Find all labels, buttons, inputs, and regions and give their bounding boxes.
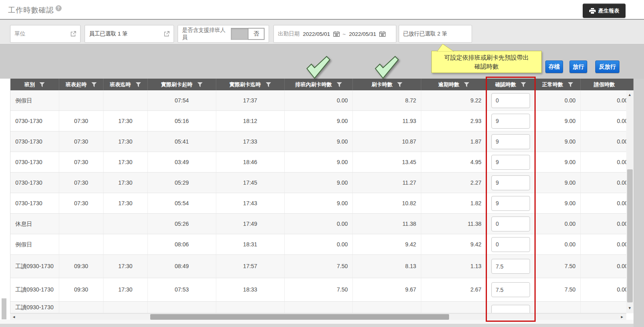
cell-in-shift-hours: 0.00 — [285, 90, 353, 111]
cell-actual-end: 17:33 — [216, 131, 285, 152]
cell-actual-start — [148, 302, 216, 313]
printer-icon — [589, 8, 596, 14]
table-row: 例假日 08:06 18:31 0.00 9.42 9.42 0.00 0.00 — [10, 234, 634, 255]
cell-sched-end: 17:30 — [104, 255, 148, 278]
cell-shift: 0730-1730 — [10, 131, 59, 152]
cell-sched-end — [104, 214, 148, 234]
cell-leave-hours: 0.00 — [581, 234, 634, 255]
support-toggle[interactable]: 否 — [231, 28, 265, 40]
cell-shift: 0730-1730 — [10, 111, 59, 131]
cell-overdue-hours: 11.38 — [421, 214, 487, 234]
cell-shift: 休息日 — [10, 214, 59, 234]
cell-in-shift-hours: 9.00 — [285, 152, 353, 173]
horizontal-scrollbar-thumb[interactable] — [150, 314, 449, 320]
column-header-in-shift-hours: 排班內刷卡時數 — [285, 79, 353, 90]
scroll-left-arrow[interactable]: ◄ — [12, 315, 16, 319]
cell-actual-end: 17:49 — [216, 214, 285, 234]
filter-icon[interactable] — [337, 82, 342, 87]
cell-sched-end: 17:30 — [104, 173, 148, 193]
table-row: 0730-1730 07:30 17:30 05:54 17:43 9.00 1… — [10, 193, 634, 214]
generate-report-button[interactable]: 產生報表 — [583, 4, 625, 18]
cell-actual-end: 17:57 — [216, 255, 285, 278]
support-toggle-label: 是否含支援排班人員 — [182, 27, 231, 41]
filter-icon[interactable] — [39, 82, 45, 87]
attendance-date-range: 出勤日期 2022/05/01 ~ 2022/05/31 — [273, 25, 396, 43]
date-to-value[interactable]: 2022/05/31 — [349, 31, 376, 37]
scroll-down-arrow[interactable]: ▼ — [628, 306, 632, 310]
filter-icon[interactable] — [136, 82, 141, 87]
help-icon[interactable]: ? — [56, 5, 62, 11]
cell-card-hours: 10.87 — [353, 131, 421, 152]
release-button[interactable]: 放行 — [569, 60, 587, 73]
cell-leave-hours: 0.00 — [581, 214, 634, 234]
filter-icon[interactable] — [568, 82, 573, 87]
page-title-text: 工作時數確認 — [8, 6, 54, 14]
work-hours-table: 班別 班表起時 班表迄時 實際刷卡起時 實際刷卡迄時 排班內刷卡時數 刷卡時數 … — [10, 79, 634, 313]
column-label: 正常時數 — [542, 81, 563, 88]
scroll-right-arrow[interactable]: ► — [620, 315, 624, 319]
filter-icon[interactable] — [464, 82, 469, 87]
cell-normal-hours — [535, 302, 581, 313]
cell-normal-hours: 7.50 — [535, 255, 581, 278]
save-button[interactable]: 存檔 — [545, 60, 563, 73]
cell-in-shift-hours: 9.00 — [285, 173, 353, 193]
cell-actual-start: 08:49 — [148, 255, 216, 278]
cell-shift: 工讀0930-1730 — [10, 302, 59, 313]
cell-shift: 0730-1730 — [10, 173, 59, 193]
cell-sched-end: 17:30 — [104, 111, 148, 131]
cell-sched-start — [59, 302, 104, 313]
cell-actual-start: 07:54 — [148, 90, 216, 111]
column-label: 刷卡時數 — [371, 81, 392, 88]
filter-icon[interactable] — [197, 82, 203, 87]
cell-normal-hours: 9.00 — [535, 111, 581, 131]
vertical-scrollbar[interactable]: ▲ ▼ — [626, 90, 634, 313]
cell-card-hours — [353, 302, 421, 313]
confirm-hours-tooltip: 可設定依排班或刷卡先預設帶出 確認時數 — [431, 51, 542, 73]
unrelease-button[interactable]: 反放行 — [595, 60, 619, 73]
cell-actual-end: 18:46 — [216, 152, 285, 173]
unit-label: 單位 — [14, 30, 25, 37]
released-status-picker[interactable]: 已放行已選取 2 筆 — [399, 25, 472, 43]
calendar-icon[interactable] — [333, 31, 340, 37]
table-row: 0730-1730 07:30 17:30 05:41 17:33 9.00 1… — [10, 131, 634, 152]
cell-card-hours: 11.38 — [353, 214, 421, 234]
cell-card-hours: 9.42 — [353, 234, 421, 255]
cell-actual-start: 05:41 — [148, 131, 216, 152]
cell-leave-hours: 0.00 — [581, 131, 634, 152]
date-from-value[interactable]: 2022/05/01 — [303, 31, 330, 37]
cell-overdue-hours — [421, 302, 487, 313]
external-link-icon[interactable] — [164, 31, 170, 37]
column-label: 請假時數 — [594, 81, 615, 88]
employee-picker[interactable]: 員工已選取 1 筆 — [85, 25, 174, 43]
column-label: 班別 — [24, 81, 35, 88]
scroll-up-arrow[interactable]: ▲ — [628, 93, 632, 97]
cell-actual-start: 05:29 — [148, 173, 216, 193]
cell-overdue-hours: 4.95 — [421, 152, 487, 173]
unit-picker[interactable]: 單位 — [10, 25, 81, 43]
cell-sched-start: 07:30 — [59, 193, 104, 214]
cell-sched-start: 07:30 — [59, 131, 104, 152]
cell-normal-hours: 9.00 — [535, 173, 581, 193]
filter-icon[interactable] — [266, 82, 271, 87]
cell-card-hours: 11.93 — [353, 111, 421, 131]
table-header-row: 班別 班表起時 班表迄時 實際刷卡起時 實際刷卡迄時 排班內刷卡時數 刷卡時數 … — [10, 79, 634, 90]
cell-shift: 例假日 — [10, 234, 59, 255]
column-header-card-hours: 刷卡時數 — [353, 79, 421, 90]
cell-in-shift-hours: 7.50 — [285, 278, 353, 302]
cell-shift: 0730-1730 — [10, 193, 59, 214]
column-header-shift: 班別 — [10, 79, 59, 90]
column-header-actual-end: 實際刷卡迄時 — [216, 79, 285, 90]
calendar-icon[interactable] — [379, 31, 385, 37]
filter-icon[interactable] — [397, 82, 402, 87]
cell-sched-start — [59, 90, 104, 111]
filter-icon[interactable] — [91, 82, 97, 87]
confirm-column-highlight — [486, 77, 536, 322]
vertical-scrollbar-thumb[interactable] — [627, 169, 633, 302]
external-link-icon[interactable] — [70, 31, 76, 37]
cell-in-shift-hours: 9.00 — [285, 111, 353, 131]
column-header-sched-end: 班表迄時 — [104, 79, 148, 90]
released-selected-label: 已放行已選取 2 筆 — [403, 30, 447, 37]
generate-report-label: 產生報表 — [598, 7, 619, 15]
cell-card-hours: 9.67 — [353, 278, 421, 302]
cell-card-hours: 11.27 — [353, 173, 421, 193]
